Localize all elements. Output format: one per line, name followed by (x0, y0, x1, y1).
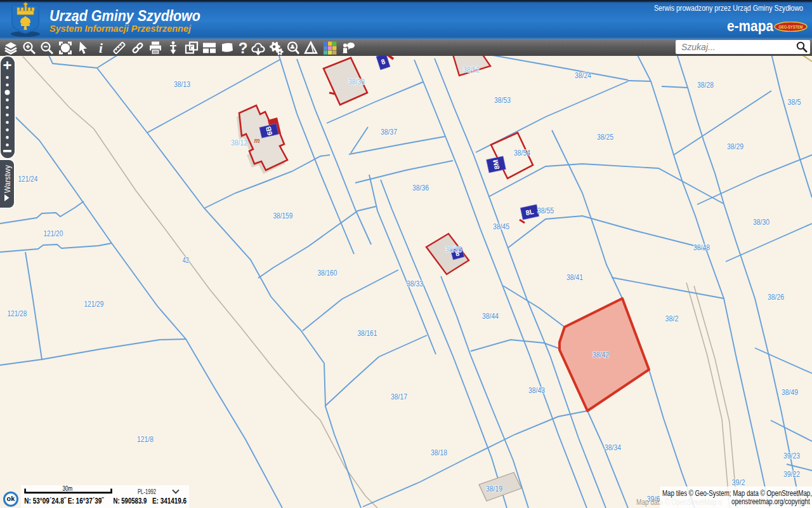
svg-text:38/52: 38/52 (463, 65, 480, 74)
svg-text:38/44: 38/44 (482, 311, 499, 321)
svg-text:38/42: 38/42 (593, 350, 609, 359)
svg-text:i: i (99, 41, 103, 56)
svg-text:Map tiles © Geo-System; Map da: Map tiles © Geo-System; Map data © OpenS… (662, 489, 812, 498)
svg-text:38/19: 38/19 (486, 484, 502, 493)
svg-text:38/35: 38/35 (445, 244, 462, 254)
svg-text:E: 341419.6: E: 341419.6 (152, 496, 187, 505)
svg-text:PL-1992: PL-1992 (138, 488, 156, 495)
svg-text:38/48: 38/48 (693, 243, 710, 252)
svg-text:System Informacji Przestrzenne: System Informacji Przestrzennej (49, 23, 192, 34)
svg-text:121/24: 121/24 (18, 174, 37, 184)
svg-text:38/33: 38/33 (407, 279, 423, 288)
svg-text:38/49: 38/49 (782, 387, 798, 397)
svg-text:38/13: 38/13 (174, 79, 190, 89)
svg-text:38/18: 38/18 (431, 448, 447, 457)
svg-text:38/38: 38/38 (348, 77, 365, 86)
svg-text:38/17: 38/17 (391, 392, 407, 401)
svg-text:42: 42 (183, 255, 189, 265)
svg-text:39/23: 39/23 (783, 451, 800, 460)
svg-text:38/25: 38/25 (597, 132, 613, 142)
svg-text:30m: 30m (63, 485, 73, 492)
svg-text:38/55: 38/55 (537, 206, 554, 215)
svg-text:Serwis prowadzony przez Urząd: Serwis prowadzony przez Urząd Gminy Szyd… (654, 4, 803, 13)
svg-text:openstreetmap.org/copyright: openstreetmap.org/copyright (731, 497, 810, 506)
svg-text:38/43: 38/43 (528, 385, 545, 395)
svg-text:38/160: 38/160 (317, 268, 337, 277)
svg-text:N: 53°09´24.8˝ E: 16°37´39˝: N: 53°09´24.8˝ E: 16°37´39˝ (24, 496, 104, 505)
svg-text:121/20: 121/20 (43, 229, 63, 238)
svg-text:38/159: 38/159 (273, 211, 292, 220)
svg-text:38/45: 38/45 (493, 222, 509, 231)
svg-text:38/2: 38/2 (665, 314, 679, 323)
svg-text:+: + (3, 57, 11, 74)
svg-text:Urząd Gminy Szydłowo: Urząd Gminy Szydłowo (49, 7, 200, 24)
svg-text:38/12: 38/12 (231, 138, 247, 147)
svg-text:GEO-SYSTEM: GEO-SYSTEM (779, 25, 803, 29)
svg-text:121/29: 121/29 (84, 299, 103, 309)
svg-text:38/41: 38/41 (566, 272, 583, 282)
svg-text:38/36: 38/36 (412, 183, 429, 192)
svg-text:m: m (254, 136, 259, 145)
svg-text:38/28: 38/28 (697, 80, 714, 90)
svg-text:e-mapa: e-mapa (727, 18, 773, 34)
svg-text:38/30: 38/30 (753, 217, 769, 227)
svg-text:38/26: 38/26 (768, 292, 784, 302)
svg-text:38/34: 38/34 (605, 443, 621, 452)
svg-text:121/8: 121/8 (137, 434, 154, 444)
svg-text:39/22: 39/22 (783, 469, 800, 479)
svg-text:?: ? (239, 39, 248, 57)
svg-text:38/161: 38/161 (357, 328, 377, 338)
svg-text:Warstwy: Warstwy (3, 164, 12, 193)
svg-text:38/37: 38/37 (381, 127, 397, 137)
svg-text:38/5: 38/5 (788, 97, 801, 107)
svg-text:38/54: 38/54 (514, 148, 530, 157)
svg-text:38/53: 38/53 (494, 95, 511, 105)
svg-text:38/29: 38/29 (727, 142, 743, 151)
svg-text:N: 590583.9: N: 590583.9 (114, 496, 147, 505)
svg-text:38/24: 38/24 (575, 70, 591, 80)
